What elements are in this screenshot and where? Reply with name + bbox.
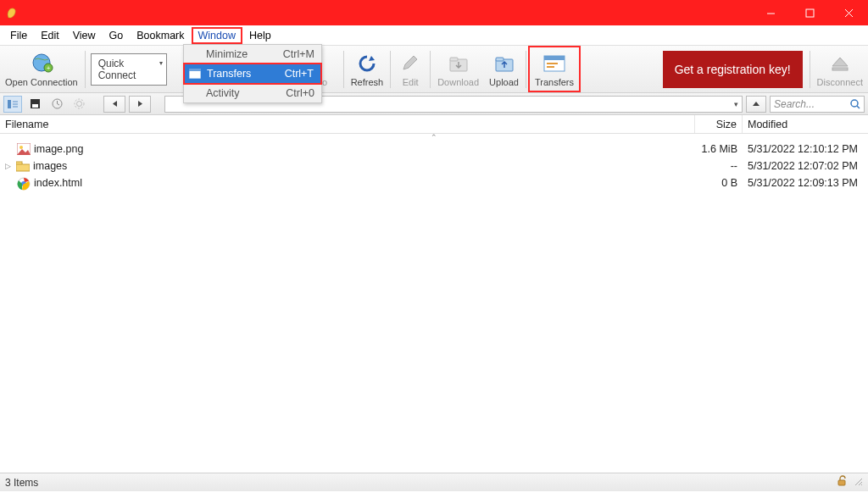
globe-icon: + [29,52,54,75]
download-button[interactable]: Download [432,46,484,92]
separator [810,51,810,88]
filename: images [33,160,67,172]
resize-grip-icon[interactable] [853,476,863,489]
svg-point-32 [19,146,23,149]
menu-label: Activity [206,87,240,99]
view-list-button[interactable] [3,96,22,113]
settings-icon-button[interactable] [70,96,88,113]
svg-rect-17 [832,68,848,70]
header-size[interactable]: Size [695,115,743,133]
column-sizer[interactable]: ⌃ [0,134,868,141]
menu-window[interactable]: Window [192,27,242,44]
save-icon-button[interactable] [25,96,44,113]
history-icon-button[interactable] [47,96,66,113]
eject-icon [827,52,853,75]
svg-text:+: + [46,64,50,72]
upload-button[interactable]: Upload [484,46,524,92]
svg-line-30 [857,106,860,108]
dropdown-minimize[interactable]: Minimize Ctrl+M [184,45,321,64]
dropdown-activity[interactable]: Activity Ctrl+0 [184,84,321,102]
menu-file[interactable]: File [3,27,34,44]
chrome-file-icon [17,177,31,189]
menu-shortcut: Ctrl+M [283,48,314,60]
disconnect-button[interactable]: Disconnect [812,46,868,92]
window-dropdown: Minimize Ctrl+M Transfers Ctrl+T Activit… [183,44,322,103]
menu-bookmark[interactable]: Bookmark [130,27,191,44]
forward-button[interactable] [129,96,151,113]
search-input[interactable]: Search... [770,96,865,113]
menu-view[interactable]: View [66,27,103,44]
separator [430,51,431,88]
svg-rect-12 [496,58,504,61]
titlebar [0,0,868,25]
upload-icon [492,52,517,75]
menu-go[interactable]: Go [103,27,131,44]
menubar: File Edit View Go Bookmark Window Help M… [0,25,868,46]
svg-line-37 [855,479,862,485]
up-button[interactable] [746,96,766,113]
search-icon [849,98,861,113]
filesize: 0 B [695,177,743,189]
svg-point-27 [76,102,81,107]
separator [390,51,391,88]
maximize-button[interactable] [790,0,829,25]
toolbar-label: Upload [489,77,519,87]
filename: image.png [34,143,83,155]
list-item[interactable]: ▷ images -- 5/31/2022 12:07:02 PM [0,158,868,174]
toolbar-label: Open Connection [5,77,78,87]
svg-rect-5 [189,69,201,71]
pencil-icon [398,52,423,75]
registration-key-button[interactable]: Get a registration key! [663,51,803,88]
menu-help[interactable]: Help [242,27,278,44]
app-icon [5,6,19,19]
svg-point-29 [851,100,858,107]
separator [343,51,344,88]
open-connection-button[interactable]: + Open Connection [0,46,83,92]
svg-line-26 [57,104,59,106]
download-icon [446,52,471,75]
filemodified: 5/31/2022 12:07:02 PM [743,160,868,172]
list-item[interactable]: image.png 1.6 MiB 5/31/2022 12:10:12 PM [0,141,868,158]
header-filename[interactable]: Filename [0,115,695,133]
toolbar-label: Edit [403,77,419,87]
dropdown-transfers[interactable]: Transfers Ctrl+T [183,63,322,85]
header-modified[interactable]: Modified [743,115,868,133]
svg-point-28 [75,99,84,108]
toolbar-label: Disconnect [817,77,863,87]
svg-rect-1 [806,9,814,17]
file-browser: Filename Size Modified ⌃ image.png 1.6 M… [0,115,868,473]
separator [526,51,526,88]
menu-edit[interactable]: Edit [34,27,66,44]
svg-line-39 [861,484,862,485]
status-text: 3 Items [5,477,38,489]
refresh-button[interactable]: Refresh [346,46,389,92]
filemodified: 5/31/2022 12:10:12 PM [743,143,868,155]
quick-connect-combo[interactable]: Quick Connect [91,53,167,86]
image-file-icon [17,143,31,155]
menu-shortcut: Ctrl+0 [286,87,314,99]
list-item[interactable]: index.html 0 B 5/31/2022 12:09:13 PM [0,174,868,191]
toolbar: + Open Connection Quick Connect fo Refre… [0,46,868,93]
svg-rect-23 [32,104,38,108]
transfers-button[interactable]: Transfers [528,46,581,92]
expand-caret-icon[interactable]: ▷ [5,162,11,170]
filemodified: 5/31/2022 12:09:13 PM [743,177,868,189]
search-placeholder: Search... [774,98,815,110]
svg-rect-33 [16,162,22,164]
filesize: -- [695,160,743,172]
statusbar: 3 Items [0,473,868,491]
column-headers: Filename Size Modified [0,115,868,134]
back-button[interactable] [103,96,125,113]
folder-icon [16,160,30,172]
minimize-button[interactable] [751,0,790,25]
window-controls [751,0,868,25]
toolbar-label: Download [437,77,479,87]
close-button[interactable] [829,0,868,25]
svg-rect-10 [450,58,458,61]
refresh-icon [354,52,380,75]
edit-button[interactable]: Edit [392,46,428,92]
toolbar-label: Refresh [351,77,384,87]
filesize: 1.6 MiB [695,143,743,155]
menu-shortcut: Ctrl+T [285,68,314,80]
menu-label: Transfers [207,68,251,80]
